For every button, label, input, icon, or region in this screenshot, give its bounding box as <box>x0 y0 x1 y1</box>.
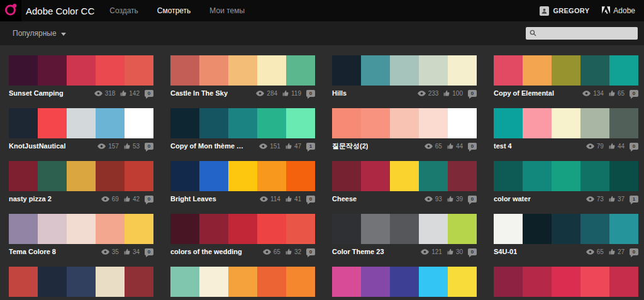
swatch-row[interactable] <box>332 214 477 244</box>
comments-icon[interactable]: 0 <box>145 143 153 150</box>
color-swatch[interactable] <box>9 267 38 297</box>
color-swatch[interactable] <box>38 108 67 138</box>
color-swatch[interactable] <box>38 214 67 244</box>
color-swatch[interactable] <box>609 108 638 138</box>
color-swatch[interactable] <box>199 214 228 244</box>
color-swatch[interactable] <box>67 55 96 86</box>
comments-icon[interactable]: 0 <box>306 196 315 203</box>
color-swatch[interactable] <box>257 267 286 297</box>
search-box[interactable] <box>526 27 638 40</box>
theme-name[interactable]: Hills <box>332 89 347 97</box>
likes-icon[interactable] <box>609 248 615 255</box>
color-swatch[interactable] <box>199 108 228 138</box>
theme-name[interactable]: Color Theme 23 <box>332 248 384 255</box>
color-swatch[interactable] <box>96 108 125 138</box>
color-swatch[interactable] <box>580 108 609 138</box>
color-swatch[interactable] <box>96 267 125 297</box>
color-swatch[interactable] <box>228 55 257 86</box>
color-swatch[interactable] <box>580 55 609 86</box>
color-swatch[interactable] <box>494 108 523 138</box>
color-swatch[interactable] <box>9 108 38 138</box>
color-swatch[interactable] <box>332 108 361 138</box>
swatch-row[interactable] <box>9 214 153 244</box>
color-swatch[interactable] <box>332 267 361 297</box>
color-swatch[interactable] <box>286 108 315 138</box>
swatch-row[interactable] <box>9 55 153 86</box>
color-swatch[interactable] <box>390 108 419 138</box>
color-swatch[interactable] <box>125 161 153 191</box>
color-swatch[interactable] <box>38 55 67 86</box>
comments-icon[interactable]: 1 <box>630 196 638 203</box>
swatch-row[interactable] <box>332 161 477 191</box>
user-menu[interactable]: GREGORY <box>540 6 589 16</box>
swatch-row[interactable] <box>9 161 153 191</box>
theme-name[interactable]: nasty pizza 2 <box>9 195 52 203</box>
color-swatch[interactable] <box>257 214 286 244</box>
color-swatch[interactable] <box>580 214 609 244</box>
color-swatch[interactable] <box>419 55 448 86</box>
likes-icon[interactable] <box>124 196 130 202</box>
comments-icon[interactable]: 1 <box>306 143 315 150</box>
color-swatch[interactable] <box>390 161 419 191</box>
theme-name[interactable]: colors of the wedding <box>170 248 242 255</box>
color-swatch[interactable] <box>257 108 286 138</box>
swatch-row[interactable] <box>494 161 638 191</box>
comments-icon[interactable]: 0 <box>145 248 153 255</box>
color-swatch[interactable] <box>332 214 361 244</box>
swatch-row[interactable] <box>170 161 315 191</box>
color-swatch[interactable] <box>390 55 419 86</box>
comments-icon[interactable]: 0 <box>630 90 638 97</box>
theme-name[interactable]: Cheese <box>332 195 357 203</box>
theme-name[interactable]: Castle In The Sky <box>170 89 228 97</box>
likes-icon[interactable] <box>124 143 130 149</box>
theme-name[interactable]: KnotJustNautical <box>9 142 65 150</box>
theme-name[interactable]: Copy of Elemental <box>494 89 554 97</box>
comments-icon[interactable]: 0 <box>145 196 153 203</box>
color-swatch[interactable] <box>361 267 390 297</box>
color-swatch[interactable] <box>332 161 361 191</box>
color-swatch[interactable] <box>448 267 477 297</box>
sort-dropdown[interactable]: Популярные <box>13 29 66 38</box>
color-swatch[interactable] <box>96 161 125 191</box>
nav-my-themes[interactable]: Мои темы <box>209 6 245 15</box>
likes-icon[interactable] <box>120 90 126 96</box>
likes-icon[interactable] <box>609 143 615 149</box>
swatch-row[interactable] <box>494 214 638 244</box>
comments-icon[interactable]: 0 <box>468 196 477 203</box>
nav-create[interactable]: Создать <box>109 6 138 15</box>
theme-name[interactable]: Bright Leaves <box>170 195 216 203</box>
color-swatch[interactable] <box>494 55 523 86</box>
color-swatch[interactable] <box>170 55 199 86</box>
color-swatch[interactable] <box>67 214 96 244</box>
swatch-row[interactable] <box>170 267 315 297</box>
comments-icon[interactable]: 0 <box>630 248 638 255</box>
likes-icon[interactable] <box>286 143 292 149</box>
color-swatch[interactable] <box>523 267 552 297</box>
likes-icon[interactable] <box>447 196 453 202</box>
color-swatch[interactable] <box>96 214 125 244</box>
color-swatch[interactable] <box>523 108 552 138</box>
color-swatch[interactable] <box>523 161 552 191</box>
theme-name[interactable]: test 4 <box>494 142 512 150</box>
color-swatch[interactable] <box>609 161 638 191</box>
color-swatch[interactable] <box>609 55 638 86</box>
likes-icon[interactable] <box>447 248 453 255</box>
theme-name[interactable]: Tema Colore 8 <box>9 248 56 255</box>
likes-icon[interactable] <box>282 90 289 96</box>
comments-icon[interactable]: 0 <box>468 90 477 97</box>
nav-explore[interactable]: Смотреть <box>157 6 191 15</box>
swatch-row[interactable] <box>332 267 477 297</box>
color-swatch[interactable] <box>228 161 257 191</box>
swatch-row[interactable] <box>170 108 315 138</box>
color-swatch[interactable] <box>552 108 580 138</box>
comments-icon[interactable]: 0 <box>468 248 477 255</box>
swatch-row[interactable] <box>9 267 153 297</box>
color-swatch[interactable] <box>448 161 477 191</box>
color-swatch[interactable] <box>170 214 199 244</box>
color-swatch[interactable] <box>419 161 448 191</box>
color-swatch[interactable] <box>580 267 609 297</box>
color-swatch[interactable] <box>170 267 199 297</box>
color-swatch[interactable] <box>448 108 477 138</box>
color-swatch[interactable] <box>9 161 38 191</box>
comments-icon[interactable]: 0 <box>468 143 477 150</box>
